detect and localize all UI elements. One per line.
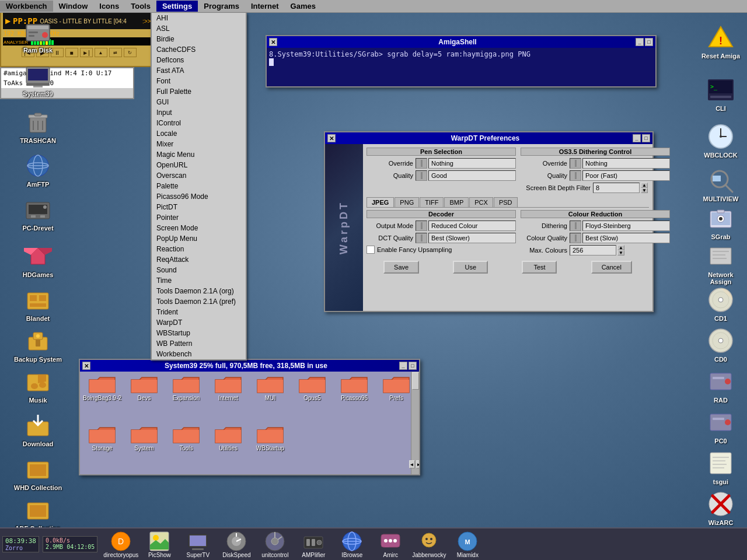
screen-bit-up[interactable]: ▲ — [641, 183, 648, 188]
icon-resetamiga[interactable]: ! Reset Amiga — [700, 23, 741, 60]
menu-item-pictdt[interactable]: PictDT — [152, 202, 246, 212]
folder-opus5[interactable]: Opus5 — [292, 374, 332, 422]
tab-tiff[interactable]: TIFF — [420, 197, 444, 207]
icon-multiview[interactable]: MULTIVIEW — [700, 166, 741, 202]
folder-system[interactable]: System — [124, 424, 164, 472]
folder-utilities[interactable]: Utilities — [208, 424, 248, 472]
amigashell-close[interactable]: ✕ — [269, 38, 277, 46]
icon-download[interactable]: Download — [12, 411, 64, 447]
os35-quality-slider[interactable] — [570, 170, 581, 181]
icon-pc0[interactable]: PC0 — [700, 408, 741, 444]
file-browser-scrollbar[interactable]: ◄ ► — [411, 372, 419, 474]
amigashell-minimize[interactable]: _ — [636, 38, 644, 46]
menu-item-icontrol[interactable]: IControl — [152, 118, 246, 128]
menu-item-wbstartup[interactable]: WBStartup — [152, 328, 246, 338]
menu-item-toolsdaemon-org[interactable]: Tools Daemon 2.1A (org) — [152, 286, 246, 296]
menu-icons[interactable]: Icons — [93, 1, 125, 12]
menu-item-gui[interactable]: GUI — [152, 97, 246, 107]
menu-item-pointer[interactable]: Pointer — [152, 212, 246, 223]
menu-item-overscan[interactable]: Overscan — [152, 170, 246, 181]
menu-item-reaction[interactable]: Reaction — [152, 244, 246, 254]
icon-pcdrevet[interactable]: PC-Drevet — [12, 195, 64, 232]
hawk-shuffle[interactable]: ⇄ — [109, 48, 122, 57]
os35-override-value[interactable]: Nothing — [582, 158, 670, 169]
quality-value[interactable]: Good — [428, 170, 516, 181]
system39-minimize[interactable]: _ — [399, 362, 407, 370]
output-mode-value[interactable]: Reduced Colour — [428, 220, 516, 231]
warpdt-titlebar[interactable]: ✕ WarpDT Preferences _ □ — [325, 132, 652, 144]
colour-quality-slider[interactable] — [570, 233, 581, 243]
scroll-right[interactable]: ► — [416, 460, 420, 468]
scroll-left[interactable]: ◄ — [409, 460, 415, 468]
icon-rad[interactable]: RAD — [700, 368, 741, 404]
icon-amftp[interactable]: AmFTP — [12, 152, 64, 188]
menu-item-cachecd[interactable]: CacheCDFS — [152, 44, 246, 55]
hawk-next[interactable]: ►| — [80, 48, 93, 57]
max-colours-value[interactable]: 256 — [570, 245, 616, 256]
menu-item-locale[interactable]: Locale — [152, 128, 246, 139]
icon-cd1[interactable]: CD1 — [700, 286, 741, 322]
dithering-value[interactable]: Floyd-Steinberg — [582, 220, 670, 231]
amigashell-titlebar[interactable]: ✕ AmigaShell _ □ — [267, 36, 655, 48]
icon-networkassign[interactable]: Network Assign — [700, 242, 741, 285]
enable-fancy-checkbox[interactable] — [366, 246, 375, 254]
hawk-stop[interactable]: ■ — [65, 48, 78, 57]
menu-item-font[interactable]: Font — [152, 76, 246, 86]
system39-close[interactable]: ✕ — [82, 362, 90, 370]
screen-bit-down[interactable]: ▼ — [641, 188, 648, 193]
menu-item-input[interactable]: Input — [152, 107, 246, 118]
use-button[interactable]: Use — [453, 261, 488, 274]
menu-item-mixer[interactable]: Mixer — [152, 139, 246, 149]
override-value[interactable]: Nothing — [428, 158, 516, 169]
icon-adfcollection[interactable]: ADF Collection — [12, 496, 64, 532]
taskbar-amplifier[interactable]: AMPlifier — [296, 531, 331, 558]
taskbar-miamidx[interactable]: M Miamidx — [450, 531, 485, 558]
menu-item-time[interactable]: Time — [152, 275, 246, 286]
max-colours-up[interactable]: ▲ — [617, 245, 624, 250]
icon-wbclock[interactable]: WBCLOCK — [700, 123, 741, 159]
menu-item-magicmenu[interactable]: Magic Menu — [152, 149, 246, 160]
icon-musik[interactable]: Musik — [12, 368, 64, 404]
folder-wbstartup[interactable]: WBStartup — [250, 424, 290, 472]
menu-item-fullpalette[interactable]: Full Palette — [152, 86, 246, 97]
taskbar-amirc[interactable]: Amirc — [373, 531, 408, 558]
menu-internet[interactable]: Internet — [245, 1, 285, 12]
dct-quality-value[interactable]: Best (Slower) — [428, 233, 516, 243]
max-colours-down[interactable]: ▼ — [617, 250, 624, 256]
os35-quality-value[interactable]: Poor (Fast) — [582, 170, 670, 181]
tab-jpeg[interactable]: JPEG — [366, 197, 394, 207]
menu-window[interactable]: Window — [53, 1, 94, 12]
icon-blandet[interactable]: Blandet — [12, 286, 64, 322]
tab-png[interactable]: PNG — [395, 197, 419, 207]
system39-titlebar[interactable]: ✕ System39 25% full, 970,5MB free, 318,5… — [80, 360, 419, 372]
amigashell-maximize[interactable]: □ — [645, 38, 653, 46]
warpdt-minimize[interactable]: _ — [633, 134, 641, 142]
hawk-repeat[interactable]: ↻ — [124, 48, 137, 57]
menu-item-popupmenu[interactable]: PopUp Menu — [152, 233, 246, 244]
quality-slider[interactable] — [416, 170, 427, 181]
icon-whdcollection[interactable]: WHD Collection — [12, 455, 64, 491]
taskbar-picshow[interactable]: PicShow — [142, 531, 177, 558]
icon-backup[interactable]: Backup System — [12, 327, 64, 363]
icon-ramdisk[interactable]: Ram Disk — [12, 18, 64, 54]
icon-cd0[interactable]: CD0 — [700, 327, 741, 363]
menu-settings[interactable]: Settings — [156, 1, 198, 12]
menu-tools[interactable]: Tools — [125, 1, 156, 12]
folder-expansion[interactable]: Expansion — [166, 374, 206, 422]
folder-storage[interactable]: Storage — [82, 424, 122, 472]
system39-maximize[interactable]: □ — [409, 362, 417, 370]
menu-games[interactable]: Games — [285, 1, 322, 12]
menu-item-picasso96mode[interactable]: Picasso96 Mode — [152, 191, 246, 202]
os35-override-slider[interactable] — [570, 158, 581, 169]
icon-system39[interactable]: System39 — [12, 61, 64, 97]
taskbar-supertv[interactable]: SuperTV — [180, 531, 215, 558]
folder-picasso96[interactable]: Picasso96 — [334, 374, 374, 422]
folder-devs[interactable]: Devs — [124, 374, 164, 422]
amigashell-body[interactable]: 8.System39:Utilities/SGrab> sgrab delay=… — [267, 48, 655, 86]
dct-quality-slider[interactable] — [416, 233, 427, 243]
menu-item-fastata[interactable]: Fast ATA — [152, 65, 246, 76]
folder-tools[interactable]: Tools — [166, 424, 206, 472]
menu-item-deficons[interactable]: DefIcons — [152, 55, 246, 65]
menu-item-workbench[interactable]: Workbench — [152, 349, 246, 359]
warpdt-maximize[interactable]: □ — [642, 134, 650, 142]
